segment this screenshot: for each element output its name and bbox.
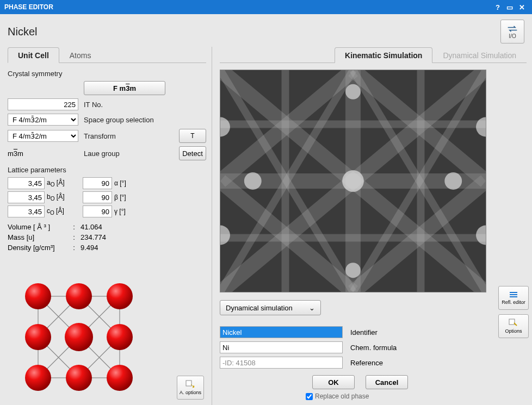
structure-viewer[interactable] xyxy=(16,280,136,400)
beta-label: β [°] xyxy=(114,194,126,201)
right-tabs: Kinematic Simulation Dynamical Simulatio… xyxy=(220,47,527,63)
density-label: Density [g/cm³] xyxy=(8,244,67,252)
svg-point-10 xyxy=(25,324,51,350)
identifier-input[interactable] xyxy=(220,326,343,338)
alpha-input[interactable] xyxy=(83,177,112,189)
space-group-button[interactable]: F m3m xyxy=(84,81,165,95)
volume-label: Volume [ Å ³ ] xyxy=(8,223,67,231)
tab-unit-cell[interactable]: Unit Cell xyxy=(8,47,59,63)
svg-point-15 xyxy=(107,365,133,391)
options-button[interactable]: Options xyxy=(498,314,529,338)
chevron-down-icon: ⌄ xyxy=(309,304,315,312)
gamma-input[interactable] xyxy=(83,205,112,217)
phase-name: Nickel xyxy=(8,26,500,38)
formula-label: Chem. formula xyxy=(350,344,437,352)
close-icon[interactable]: ✕ xyxy=(516,2,528,12)
dynamical-simulation-button[interactable]: Dynamical simulation ⌄ xyxy=(220,300,321,315)
ok-button[interactable]: OK xyxy=(312,375,355,389)
cancel-button[interactable]: Cancel xyxy=(366,375,408,389)
options-icon xyxy=(509,319,518,327)
replace-checkbox[interactable] xyxy=(306,393,313,400)
left-tabs: Unit Cell Atoms xyxy=(8,47,206,63)
lattice-heading: Lattice parameters xyxy=(8,166,206,174)
tab-dynamical[interactable]: Dynamical Simulation xyxy=(432,47,527,63)
svg-point-35 xyxy=(244,172,262,190)
laue-label: Laue group xyxy=(84,149,174,158)
svg-point-12 xyxy=(107,324,133,350)
space-group-select[interactable]: F 4/m3̄2/m xyxy=(8,114,78,126)
beta-input[interactable] xyxy=(83,191,112,203)
list-icon xyxy=(509,291,518,298)
formula-input[interactable] xyxy=(220,341,343,353)
io-button[interactable]: I/O xyxy=(500,20,524,43)
svg-point-11 xyxy=(65,323,93,351)
space-group-label: Space group selection xyxy=(84,116,174,124)
header: Nickel I/O xyxy=(0,14,532,47)
it-number-input[interactable] xyxy=(8,98,78,110)
svg-point-34 xyxy=(342,170,364,192)
gamma-label: γ [°] xyxy=(114,208,126,215)
tab-atoms[interactable]: Atoms xyxy=(59,47,102,63)
transform-button[interactable]: T xyxy=(179,129,206,143)
mass-value: 234.774 xyxy=(81,233,124,241)
c-label: cO [Å] xyxy=(47,207,70,216)
svg-point-38 xyxy=(345,263,361,278)
options-icon xyxy=(185,380,195,389)
it-number-label: IT No. xyxy=(84,101,174,109)
reference-label: Reference xyxy=(350,359,437,367)
svg-point-37 xyxy=(345,84,361,99)
left-pane: Unit Cell Atoms Crystal symmetry F m3m I… xyxy=(0,47,212,405)
density-value: 9.494 xyxy=(81,244,124,252)
help-icon[interactable]: ? xyxy=(492,2,504,12)
replace-label: Replace old phase xyxy=(315,392,369,400)
svg-point-13 xyxy=(25,365,51,391)
window-title: PHASE EDITOR xyxy=(4,3,492,11)
volume-value: 41.064 xyxy=(81,223,124,231)
laue-value: m3m xyxy=(8,149,78,158)
a-label: aO [Å] xyxy=(47,179,70,188)
svg-point-36 xyxy=(444,172,462,190)
refl-editor-button[interactable]: Refl. editor xyxy=(498,286,529,310)
right-pane: Kinematic Simulation Dynamical Simulatio… xyxy=(212,47,532,405)
svg-rect-46 xyxy=(509,319,515,325)
minimize-icon[interactable]: ▭ xyxy=(504,2,516,12)
transform-select[interactable]: F 4/m3̄2/m xyxy=(8,130,78,142)
simulation-viewport[interactable] xyxy=(220,70,486,292)
detect-button[interactable]: Detect xyxy=(179,146,206,160)
alpha-label: α [°] xyxy=(114,179,126,187)
b-label: bO [Å] xyxy=(47,193,70,202)
transform-label: Transform xyxy=(84,132,174,140)
c-input[interactable] xyxy=(8,205,45,217)
mass-label: Mass [u] xyxy=(8,233,67,241)
b-input[interactable] xyxy=(8,191,45,203)
svg-point-7 xyxy=(25,283,51,309)
identifier-label: Identifier xyxy=(350,328,437,337)
a-input[interactable] xyxy=(8,177,45,189)
crystal-symmetry-heading: Crystal symmetry xyxy=(8,70,206,78)
svg-rect-16 xyxy=(186,381,191,386)
svg-point-8 xyxy=(66,283,92,309)
atom-options-button[interactable]: A. options xyxy=(177,376,204,400)
title-bar: PHASE EDITOR ? ▭ ✕ xyxy=(0,0,532,14)
svg-point-14 xyxy=(66,365,92,391)
svg-point-9 xyxy=(107,283,133,309)
tab-kinematic[interactable]: Kinematic Simulation xyxy=(335,47,432,63)
swap-icon xyxy=(507,24,518,33)
reference-input[interactable] xyxy=(220,357,343,369)
